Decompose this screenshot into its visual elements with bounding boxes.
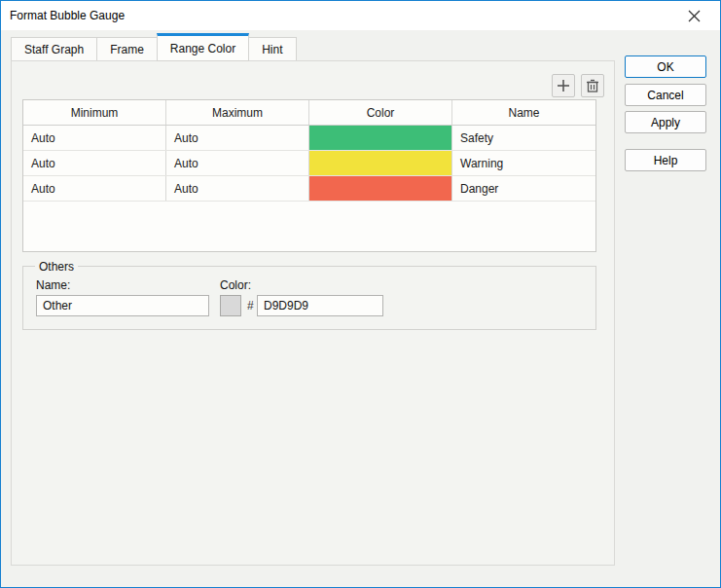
color-label: Color: xyxy=(220,278,251,292)
hash-sign: # xyxy=(247,299,254,312)
other-color-swatch[interactable] xyxy=(220,295,241,316)
dialog-title: Format Bubble Gauge xyxy=(10,9,125,22)
add-range-button[interactable] xyxy=(552,74,575,97)
cell-minimum[interactable]: Auto xyxy=(23,176,166,201)
help-button[interactable]: Help xyxy=(625,149,706,171)
tab-hint[interactable]: Hint xyxy=(249,37,296,61)
cell-color[interactable] xyxy=(309,176,452,201)
tab-label: Staff Graph xyxy=(24,43,84,56)
other-name-input[interactable] xyxy=(36,295,209,316)
cell-name[interactable]: Safety xyxy=(452,126,595,150)
range-color-panel: Minimum Maximum Color Name Auto Auto Saf… xyxy=(11,60,615,566)
trash-icon xyxy=(586,79,599,92)
others-group-legend: Others xyxy=(35,260,78,274)
cell-minimum[interactable]: Auto xyxy=(23,151,166,175)
tab-range-color[interactable]: Range Color xyxy=(157,33,249,61)
tab-label: Frame xyxy=(110,43,144,56)
header-minimum: Minimum xyxy=(23,100,166,125)
cancel-button[interactable]: Cancel xyxy=(625,84,706,106)
ok-button[interactable]: OK xyxy=(625,55,706,78)
titlebar: Format Bubble Gauge xyxy=(1,1,720,30)
name-label: Name: xyxy=(36,278,70,292)
range-color-table: Minimum Maximum Color Name Auto Auto Saf… xyxy=(22,99,596,252)
cell-color[interactable] xyxy=(309,126,452,150)
close-icon xyxy=(688,10,701,22)
plus-icon xyxy=(557,79,570,92)
cell-name[interactable]: Danger xyxy=(452,176,595,201)
cell-maximum[interactable]: Auto xyxy=(166,151,309,175)
cell-maximum[interactable]: Auto xyxy=(166,126,309,150)
color-swatch-danger[interactable] xyxy=(309,176,451,201)
color-swatch-safety[interactable] xyxy=(309,126,451,150)
header-maximum: Maximum xyxy=(166,100,309,125)
table-row[interactable]: Auto Auto Warning xyxy=(23,151,595,176)
tab-staff-graph[interactable]: Staff Graph xyxy=(11,37,96,61)
other-color-hex-input[interactable] xyxy=(257,295,383,316)
tab-bar: Staff Graph Frame Range Color Hint xyxy=(11,33,297,61)
table-row[interactable]: Auto Auto Safety xyxy=(23,126,595,151)
header-name: Name xyxy=(452,100,595,125)
cell-minimum[interactable]: Auto xyxy=(23,126,166,150)
delete-range-button[interactable] xyxy=(581,74,604,97)
tab-label: Range Color xyxy=(170,42,235,55)
tab-label: Hint xyxy=(262,43,282,56)
table-row[interactable]: Auto Auto Danger xyxy=(23,176,595,202)
header-color: Color xyxy=(309,100,452,125)
apply-button[interactable]: Apply xyxy=(625,111,706,133)
cell-name[interactable]: Warning xyxy=(452,151,595,175)
cell-maximum[interactable]: Auto xyxy=(166,176,309,201)
close-button[interactable] xyxy=(675,1,712,30)
table-header-row: Minimum Maximum Color Name xyxy=(23,100,595,126)
tab-frame[interactable]: Frame xyxy=(96,37,157,61)
cell-color[interactable] xyxy=(309,151,452,175)
others-group: Others Name: Color: # xyxy=(22,266,596,330)
color-swatch-warning[interactable] xyxy=(309,151,451,175)
format-bubble-gauge-dialog: Format Bubble Gauge Staff Graph Frame Ra… xyxy=(0,0,721,588)
